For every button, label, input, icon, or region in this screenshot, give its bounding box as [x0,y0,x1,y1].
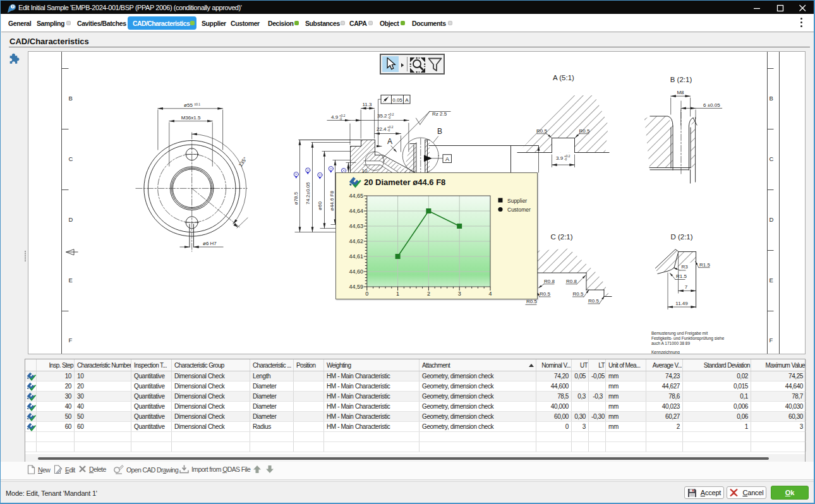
svg-text:+0.2: +0.2 [388,113,394,116]
svg-text:44,61: 44,61 [349,253,363,260]
svg-text:D (2:1): D (2:1) [670,233,692,241]
svg-text:E: E [69,277,73,284]
svg-text:R0.5: R0.5 [579,128,590,134]
svg-text:C: C [770,155,774,162]
svg-text:Festigkeits- und Funktionsprüf: Festigkeits- und Funktionsprüfung siehe [651,336,725,341]
svg-text:R0.5: R0.5 [540,291,550,297]
svg-text:0.05: 0.05 [392,97,402,103]
svg-text:R1.5: R1.5 [699,262,710,268]
svg-text:+0.2: +0.2 [387,126,394,129]
svg-text:R0.8: R0.8 [544,279,555,284]
svg-text:ø44.6 F8: ø44.6 F8 [329,190,335,211]
svg-text:+0.2: +0.2 [564,155,570,158]
svg-text:R0.5: R0.5 [573,291,584,297]
svg-text:-0: -0 [564,158,567,161]
svg-text:M8: M8 [677,90,684,95]
svg-text:A: A [405,97,409,103]
svg-text:B: B [437,127,442,136]
svg-text:-0: -0 [339,117,342,121]
svg-text:Kennzeichnung: Kennzeichnung [651,350,680,354]
svg-text:3.9: 3.9 [556,155,564,161]
svg-text:Rz 2.5: Rz 2.5 [432,111,447,117]
svg-text:44,64: 44,64 [349,208,363,214]
svg-text:auch A 171000 38 89: auch A 171000 38 89 [651,341,690,345]
svg-text:7: 7 [685,284,688,290]
svg-text:135°: 135° [238,156,248,168]
svg-text:A: A [445,156,449,162]
svg-text:ø78.5: ø78.5 [293,191,299,205]
svg-text:Customer: Customer [507,207,531,213]
svg-text:4.9: 4.9 [331,114,339,120]
svg-text:ø60: ø60 [317,201,323,210]
svg-text:0: 0 [365,291,368,297]
svg-text:44,59: 44,59 [349,284,363,290]
svg-text:A: A [387,137,392,146]
svg-text:E: E [770,277,773,284]
svg-text:R3: R3 [682,264,689,270]
svg-text:B: B [770,95,773,102]
svg-text:M36x1.5: M36x1.5 [181,115,201,121]
svg-text:74.2±0.05: 74.2±0.05 [305,182,311,205]
svg-text:1: 1 [396,291,399,297]
svg-text:R0.5: R0.5 [536,128,547,134]
svg-text:35.2: 35.2 [377,113,387,119]
svg-text:44,60: 44,60 [349,268,363,275]
svg-text:6 ±0.05: 6 ±0.05 [703,102,720,108]
svg-text:11.49: 11.49 [675,301,688,306]
svg-text:+0.2: +0.2 [339,114,346,117]
svg-text:R1.5: R1.5 [676,273,687,279]
svg-text:2: 2 [427,291,430,297]
svg-text:ø55: ø55 [184,102,193,108]
svg-text:Supplier: Supplier [507,198,527,204]
svg-text:44,65: 44,65 [349,193,363,199]
svg-text:44,62: 44,62 [349,238,363,244]
svg-text:A (5:1): A (5:1) [553,74,574,81]
svg-text:R0.8: R0.8 [566,279,577,284]
svg-text:F: F [69,337,73,344]
svg-text:-0: -0 [388,116,391,119]
svg-text:C: C [69,155,73,162]
svg-text:B (2:1): B (2:1) [670,76,692,83]
svg-text:B: B [69,95,73,102]
svg-text:D: D [770,216,774,223]
svg-text:ø6 H7: ø6 H7 [203,241,217,246]
svg-text:11.3: 11.3 [363,102,373,107]
svg-text:F: F [770,337,773,344]
svg-text:3: 3 [458,291,461,297]
svg-text:D: D [69,216,73,223]
svg-text:-0: -0 [387,129,390,132]
svg-text:44,63: 44,63 [349,223,363,229]
svg-text:Bemusterung und Freigabe mit: Bemusterung und Freigabe mit [651,331,708,336]
svg-text:C (2:1): C (2:1) [550,233,572,241]
svg-text:R0.5: R0.5 [588,298,599,304]
svg-text:±0.1: ±0.1 [195,103,201,106]
svg-text:4: 4 [488,291,492,297]
